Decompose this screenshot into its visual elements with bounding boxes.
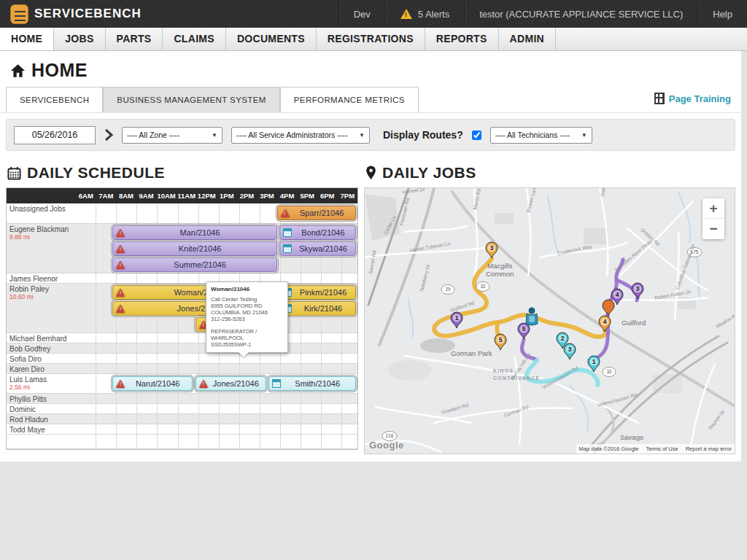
top-bar: SERVICEBENCH Dev 5 Alerts testor (ACCURA… bbox=[0, 0, 747, 28]
nav-tab-claims[interactable]: CLAIMS bbox=[163, 28, 225, 50]
calendar-icon bbox=[283, 244, 292, 253]
job-bar-label: Man/21046 bbox=[126, 228, 274, 237]
zoom-out-button[interactable]: − bbox=[703, 219, 724, 239]
warning-icon bbox=[116, 305, 125, 313]
job-bar[interactable]: Pinkm/21046 bbox=[279, 285, 356, 300]
date-input[interactable] bbox=[14, 126, 96, 144]
sub-tab-performance-metrics[interactable]: PERFORMANCE METRICS bbox=[280, 87, 419, 112]
calendar-icon bbox=[7, 166, 21, 180]
job-bar-label: Jones/21046 bbox=[209, 379, 263, 388]
film-icon bbox=[654, 93, 665, 104]
time-header-cell: 4PM bbox=[277, 188, 298, 203]
zoom-in-button[interactable]: + bbox=[703, 198, 724, 219]
job-bar-label: Narut/21046 bbox=[126, 379, 189, 388]
schedule-row: Sofia Diro bbox=[7, 354, 357, 364]
tooltip-title: Woman/21046 bbox=[211, 286, 283, 292]
map-attribution-item[interactable]: Report a map error bbox=[686, 446, 732, 452]
map-attribution-item[interactable]: Map data ©2016 Google bbox=[579, 446, 639, 452]
tooltip-line: 312-256-5263 bbox=[211, 316, 283, 322]
page: HOME SERVICEBENCHBUSINESS MANAGEMENT SYS… bbox=[0, 51, 741, 462]
time-header-cell: 5PM bbox=[297, 188, 317, 203]
nav-tab-documents[interactable]: DOCUMENTS bbox=[226, 28, 317, 50]
time-header-cell: 8AM bbox=[116, 188, 136, 203]
display-routes-label: Display Routes? bbox=[383, 129, 463, 141]
display-routes-checkbox[interactable] bbox=[472, 131, 481, 140]
user-menu[interactable]: testor (ACCURATE APPLIANCE SERVICE LLC) bbox=[464, 0, 697, 28]
map-zoom-control: + − bbox=[703, 198, 724, 239]
svg-text:5: 5 bbox=[522, 325, 526, 332]
job-bar[interactable]: Man/21046 bbox=[112, 225, 277, 240]
schedule-row: James Fleenor bbox=[7, 273, 357, 284]
job-bar[interactable]: Sparr/21046 bbox=[277, 206, 357, 220]
job-bar[interactable]: Skywa/21046 bbox=[279, 241, 356, 256]
time-header-cell: 11AM bbox=[177, 188, 197, 203]
nav-tab-home[interactable]: HOME bbox=[0, 28, 54, 50]
technician-name: Todd Maye bbox=[7, 425, 76, 434]
route-shield-number: 32 bbox=[480, 284, 486, 289]
chevron-right-icon bbox=[104, 128, 113, 141]
main-nav: HOMEJOBSPARTSCLAIMSDOCUMENTSREGISTRATION… bbox=[0, 28, 747, 51]
schedule-row-grid bbox=[76, 354, 357, 363]
page-training-link[interactable]: Page Training bbox=[654, 93, 731, 104]
map[interactable]: 293232175216 Harmel DrCedar LnFreetown R… bbox=[364, 187, 735, 454]
job-bar[interactable]: Smith/21046 bbox=[268, 376, 356, 391]
route-shield-number: 32 bbox=[606, 369, 612, 374]
schedule-row-grid bbox=[76, 414, 357, 424]
map-place-label: Macgills bbox=[487, 262, 513, 270]
sub-tabs: SERVICEBENCHBUSINESS MANAGEMENT SYSTEMPE… bbox=[0, 87, 741, 113]
job-bar-label: Sparr/21046 bbox=[291, 209, 353, 217]
schedule-row: Bob Godfrey bbox=[7, 343, 357, 354]
map-place-label: Gorman Park bbox=[451, 349, 492, 357]
map-attribution: Map data ©2016 GoogleTerms of UseReport … bbox=[576, 444, 735, 454]
warning-icon bbox=[199, 380, 208, 388]
technician-name: Rod Hladun bbox=[7, 415, 76, 424]
technician-name: Robin Paley10.60 mi bbox=[7, 284, 76, 301]
nav-tab-admin[interactable]: ADMIN bbox=[499, 28, 556, 50]
sub-tab-business-management-system[interactable]: BUSINESS MANAGEMENT SYSTEM bbox=[103, 87, 279, 112]
svg-text:3: 3 bbox=[490, 244, 494, 252]
help-link[interactable]: Help bbox=[697, 0, 747, 28]
select-caret-icon: ▼ bbox=[212, 132, 217, 139]
job-bar[interactable]: Jones/21046 bbox=[196, 376, 266, 391]
map-canvas: 293232175216 Harmel DrCedar LnFreetown R… bbox=[365, 188, 735, 454]
technician-name: James Fleenor bbox=[7, 274, 76, 283]
servicebench-logo-icon bbox=[10, 4, 28, 24]
time-header-cell: 2PM bbox=[237, 188, 258, 203]
schedule-row: Phyllis Pitts bbox=[7, 394, 357, 404]
warning-icon bbox=[116, 380, 125, 388]
map-place-label: Savage bbox=[620, 433, 643, 441]
job-tooltip: Woman/21046 Call Center Testing8955 GUIL… bbox=[206, 281, 288, 353]
job-bar[interactable]: Narut/21046 bbox=[112, 376, 193, 391]
nav-tab-jobs[interactable]: JOBS bbox=[54, 28, 105, 50]
env-label[interactable]: Dev bbox=[338, 0, 385, 28]
technicians-select[interactable]: ---- All Technicians ----▼ bbox=[490, 127, 592, 144]
daily-jobs-panel: DAILY JOBS bbox=[364, 158, 735, 454]
schedule-row: Dominic Vecchiarelli bbox=[7, 404, 357, 414]
nav-tab-registrations[interactable]: REGISTRATIONS bbox=[317, 28, 425, 50]
jobs-title: DAILY JOBS bbox=[382, 164, 476, 182]
sub-tab-servicebench[interactable]: SERVICEBENCH bbox=[6, 87, 103, 112]
alerts-button[interactable]: 5 Alerts bbox=[385, 0, 464, 28]
job-bar[interactable]: Summe/21046 bbox=[112, 257, 277, 272]
time-header-cell: 6AM bbox=[76, 188, 96, 203]
time-header-cell: 7PM bbox=[338, 188, 358, 203]
warning-icon bbox=[281, 209, 290, 217]
technician-name: Luis Lamas2.56 mi bbox=[7, 375, 76, 392]
schedule-title: DAILY SCHEDULE bbox=[27, 164, 165, 182]
technician-miles: 10.60 mi bbox=[9, 293, 74, 301]
warning-icon bbox=[116, 245, 125, 253]
nav-tab-parts[interactable]: PARTS bbox=[106, 28, 163, 50]
map-attribution-item[interactable]: Terms of Use bbox=[646, 446, 678, 452]
filter-bar: ---- All Zone ----▼ ---- All Service Adm… bbox=[6, 119, 735, 151]
nav-tab-reports[interactable]: REPORTS bbox=[425, 28, 499, 50]
zone-select[interactable]: ---- All Zone ----▼ bbox=[122, 127, 222, 144]
job-bar[interactable]: Knite/21046 bbox=[112, 241, 277, 256]
schedule-row: Unassigned JobsSparr/21046 bbox=[7, 203, 357, 224]
schedule-row-grid bbox=[76, 424, 357, 434]
time-header-cell: 1PM bbox=[217, 188, 237, 203]
job-bar[interactable]: Kirk/21046 bbox=[279, 301, 356, 316]
tooltip-line: SSDJ535SWP-1 bbox=[211, 341, 283, 348]
google-logo[interactable]: Google bbox=[369, 440, 404, 451]
job-bar[interactable]: Bond/21046 bbox=[279, 225, 356, 240]
service-admin-select[interactable]: ---- All Service Administrators ----▼ bbox=[231, 127, 370, 144]
